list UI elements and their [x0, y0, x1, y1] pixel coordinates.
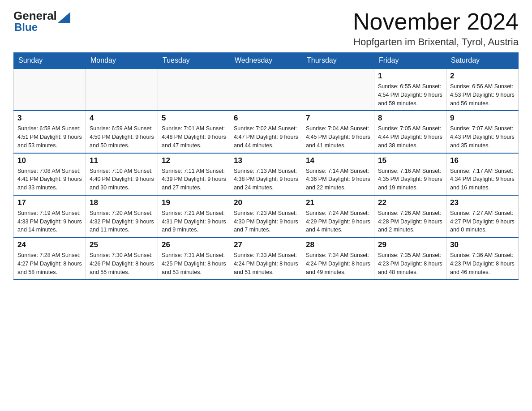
- column-header-friday: Friday: [374, 53, 446, 69]
- day-info: Sunrise: 7:27 AM Sunset: 4:27 PM Dayligh…: [450, 209, 515, 234]
- page-header: General Blue November 2024 Hopfgarten im…: [13, 9, 519, 48]
- calendar-cell: 7Sunrise: 7:04 AM Sunset: 4:45 PM Daylig…: [302, 111, 374, 153]
- day-number: 12: [162, 156, 226, 165]
- day-number: 25: [90, 240, 154, 249]
- day-number: 16: [450, 156, 515, 165]
- day-info: Sunrise: 7:05 AM Sunset: 4:44 PM Dayligh…: [378, 124, 442, 150]
- calendar-cell: [302, 68, 374, 111]
- calendar-cell: 9Sunrise: 7:07 AM Sunset: 4:43 PM Daylig…: [446, 111, 519, 153]
- calendar-cell: 13Sunrise: 7:13 AM Sunset: 4:38 PM Dayli…: [230, 153, 302, 195]
- day-number: 20: [234, 198, 298, 207]
- calendar-cell: 14Sunrise: 7:14 AM Sunset: 4:36 PM Dayli…: [302, 153, 374, 195]
- calendar-cell: [86, 68, 158, 111]
- day-number: 2: [450, 72, 515, 81]
- day-number: 10: [17, 156, 82, 165]
- month-title: November 2024: [353, 9, 519, 34]
- calendar-header-row: SundayMondayTuesdayWednesdayThursdayFrid…: [14, 53, 519, 69]
- logo: General Blue: [13, 9, 70, 34]
- day-number: 30: [450, 240, 515, 249]
- day-info: Sunrise: 7:14 AM Sunset: 4:36 PM Dayligh…: [306, 167, 370, 192]
- day-number: 29: [378, 240, 442, 249]
- day-info: Sunrise: 6:55 AM Sunset: 4:54 PM Dayligh…: [378, 82, 442, 107]
- calendar-table: SundayMondayTuesdayWednesdayThursdayFrid…: [13, 52, 519, 280]
- calendar-week-row: 3Sunrise: 6:58 AM Sunset: 4:51 PM Daylig…: [14, 111, 519, 153]
- day-number: 21: [306, 198, 370, 207]
- day-number: 5: [162, 114, 226, 123]
- column-header-monday: Monday: [86, 53, 158, 69]
- calendar-week-row: 17Sunrise: 7:19 AM Sunset: 4:33 PM Dayli…: [14, 195, 519, 237]
- day-number: 11: [90, 156, 154, 165]
- day-number: 7: [306, 114, 370, 123]
- day-info: Sunrise: 7:19 AM Sunset: 4:33 PM Dayligh…: [17, 209, 82, 234]
- calendar-cell: 21Sunrise: 7:24 AM Sunset: 4:29 PM Dayli…: [302, 195, 374, 237]
- calendar-cell: [158, 68, 230, 111]
- calendar-cell: 11Sunrise: 7:10 AM Sunset: 4:40 PM Dayli…: [86, 153, 158, 195]
- calendar-cell: 16Sunrise: 7:17 AM Sunset: 4:34 PM Dayli…: [446, 153, 519, 195]
- calendar-cell: 17Sunrise: 7:19 AM Sunset: 4:33 PM Dayli…: [14, 195, 86, 237]
- calendar-cell: 18Sunrise: 7:20 AM Sunset: 4:32 PM Dayli…: [86, 195, 158, 237]
- day-number: 8: [378, 114, 442, 123]
- day-number: 3: [17, 114, 82, 123]
- calendar-cell: 25Sunrise: 7:30 AM Sunset: 4:26 PM Dayli…: [86, 237, 158, 279]
- calendar-cell: 23Sunrise: 7:27 AM Sunset: 4:27 PM Dayli…: [446, 195, 519, 237]
- day-number: 6: [234, 114, 298, 123]
- day-info: Sunrise: 7:33 AM Sunset: 4:24 PM Dayligh…: [234, 251, 298, 276]
- calendar-cell: [14, 68, 86, 111]
- calendar-cell: 24Sunrise: 7:28 AM Sunset: 4:27 PM Dayli…: [14, 237, 86, 279]
- day-info: Sunrise: 6:58 AM Sunset: 4:51 PM Dayligh…: [17, 124, 82, 150]
- day-number: 23: [450, 198, 515, 207]
- column-header-sunday: Sunday: [14, 53, 86, 69]
- calendar-week-row: 1Sunrise: 6:55 AM Sunset: 4:54 PM Daylig…: [14, 68, 519, 111]
- day-info: Sunrise: 7:34 AM Sunset: 4:24 PM Dayligh…: [306, 251, 370, 276]
- day-info: Sunrise: 6:59 AM Sunset: 4:50 PM Dayligh…: [90, 124, 154, 150]
- day-number: 24: [17, 240, 82, 249]
- calendar-cell: 5Sunrise: 7:01 AM Sunset: 4:48 PM Daylig…: [158, 111, 230, 153]
- day-info: Sunrise: 7:24 AM Sunset: 4:29 PM Dayligh…: [306, 209, 370, 234]
- day-info: Sunrise: 7:28 AM Sunset: 4:27 PM Dayligh…: [17, 251, 82, 276]
- day-info: Sunrise: 7:21 AM Sunset: 4:31 PM Dayligh…: [162, 209, 226, 234]
- calendar-cell: 3Sunrise: 6:58 AM Sunset: 4:51 PM Daylig…: [14, 111, 86, 153]
- calendar-cell: 4Sunrise: 6:59 AM Sunset: 4:50 PM Daylig…: [86, 111, 158, 153]
- calendar-cell: 10Sunrise: 7:08 AM Sunset: 4:41 PM Dayli…: [14, 153, 86, 195]
- day-info: Sunrise: 7:36 AM Sunset: 4:23 PM Dayligh…: [450, 251, 515, 276]
- day-number: 18: [90, 198, 154, 207]
- day-number: 22: [378, 198, 442, 207]
- day-info: Sunrise: 7:23 AM Sunset: 4:30 PM Dayligh…: [234, 209, 298, 234]
- day-number: 19: [162, 198, 226, 207]
- day-info: Sunrise: 7:02 AM Sunset: 4:47 PM Dayligh…: [234, 124, 298, 150]
- day-number: 14: [306, 156, 370, 165]
- calendar-week-row: 24Sunrise: 7:28 AM Sunset: 4:27 PM Dayli…: [14, 237, 519, 279]
- calendar-cell: 30Sunrise: 7:36 AM Sunset: 4:23 PM Dayli…: [446, 237, 519, 279]
- day-info: Sunrise: 7:10 AM Sunset: 4:40 PM Dayligh…: [90, 167, 154, 192]
- day-info: Sunrise: 7:17 AM Sunset: 4:34 PM Dayligh…: [450, 167, 515, 192]
- day-number: 17: [17, 198, 82, 207]
- day-info: Sunrise: 7:13 AM Sunset: 4:38 PM Dayligh…: [234, 167, 298, 192]
- calendar-cell: 22Sunrise: 7:26 AM Sunset: 4:28 PM Dayli…: [374, 195, 446, 237]
- day-info: Sunrise: 7:30 AM Sunset: 4:26 PM Dayligh…: [90, 251, 154, 276]
- calendar-cell: 6Sunrise: 7:02 AM Sunset: 4:47 PM Daylig…: [230, 111, 302, 153]
- calendar-cell: 1Sunrise: 6:55 AM Sunset: 4:54 PM Daylig…: [374, 68, 446, 111]
- day-info: Sunrise: 7:31 AM Sunset: 4:25 PM Dayligh…: [162, 251, 226, 276]
- calendar-cell: 28Sunrise: 7:34 AM Sunset: 4:24 PM Dayli…: [302, 237, 374, 279]
- logo-blue-text: Blue: [13, 21, 70, 34]
- calendar-cell: [230, 68, 302, 111]
- day-info: Sunrise: 7:35 AM Sunset: 4:23 PM Dayligh…: [378, 251, 442, 276]
- day-number: 26: [162, 240, 226, 249]
- day-number: 4: [90, 114, 154, 123]
- day-number: 28: [306, 240, 370, 249]
- day-number: 1: [378, 72, 442, 81]
- day-info: Sunrise: 7:16 AM Sunset: 4:35 PM Dayligh…: [378, 167, 442, 192]
- calendar-cell: 2Sunrise: 6:56 AM Sunset: 4:53 PM Daylig…: [446, 68, 519, 111]
- day-info: Sunrise: 7:01 AM Sunset: 4:48 PM Dayligh…: [162, 124, 226, 150]
- calendar-cell: 26Sunrise: 7:31 AM Sunset: 4:25 PM Dayli…: [158, 237, 230, 279]
- column-header-wednesday: Wednesday: [230, 53, 302, 69]
- day-info: Sunrise: 7:08 AM Sunset: 4:41 PM Dayligh…: [17, 167, 82, 192]
- day-info: Sunrise: 7:20 AM Sunset: 4:32 PM Dayligh…: [90, 209, 154, 234]
- day-info: Sunrise: 7:26 AM Sunset: 4:28 PM Dayligh…: [378, 209, 442, 234]
- calendar-cell: 20Sunrise: 7:23 AM Sunset: 4:30 PM Dayli…: [230, 195, 302, 237]
- calendar-cell: 27Sunrise: 7:33 AM Sunset: 4:24 PM Dayli…: [230, 237, 302, 279]
- calendar-cell: 19Sunrise: 7:21 AM Sunset: 4:31 PM Dayli…: [158, 195, 230, 237]
- day-number: 9: [450, 114, 515, 123]
- location-subtitle: Hopfgarten im Brixental, Tyrol, Austria: [353, 36, 519, 48]
- calendar-cell: 12Sunrise: 7:11 AM Sunset: 4:39 PM Dayli…: [158, 153, 230, 195]
